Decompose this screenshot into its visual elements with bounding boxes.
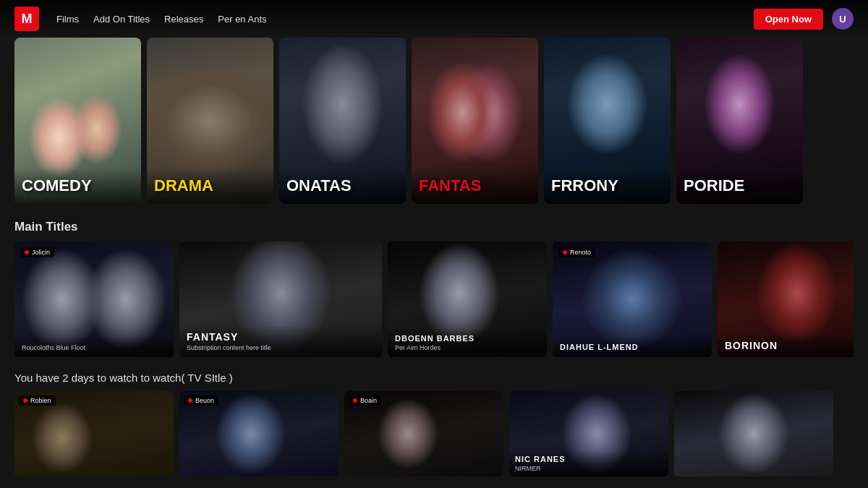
- navbar: M Films Add On Titles Releases Per en An…: [0, 0, 868, 38]
- nav-releases[interactable]: Releases: [164, 14, 203, 25]
- expiry-card-5[interactable]: [674, 391, 833, 476]
- movie-title-4: DIAHUE L-LMEND: [560, 343, 705, 351]
- movie-card-5[interactable]: BORINON: [718, 241, 854, 357]
- genre-card-poride[interactable]: PORIDE: [676, 38, 803, 204]
- genre-overlay-poride: PORIDE: [676, 168, 803, 204]
- movie-info-3: DBOENN BARBES Per Aim Hordes: [388, 328, 547, 357]
- expiry-row: Robien Beuon Boain Nic Ranes NIRMER: [14, 391, 854, 476]
- movie-title-3: DBOENN BARBES: [395, 334, 540, 343]
- genre-label-poride: PORIDE: [684, 176, 744, 194]
- movie-subtitle-1: Roucoloths Blue Floot: [22, 344, 166, 351]
- expiry-card-2[interactable]: Beuon: [179, 391, 339, 476]
- app-logo[interactable]: M: [14, 7, 39, 31]
- genre-card-drama[interactable]: DRAMA: [147, 38, 273, 204]
- movie-info-1: Roucoloths Blue Floot: [14, 337, 174, 357]
- genre-overlay-fantas: FANTAS: [412, 168, 538, 204]
- genre-card-frrony[interactable]: FRRONY: [544, 38, 671, 204]
- expiry-dot-1: [23, 398, 27, 403]
- expiry-dot-3: [353, 398, 357, 403]
- genre-label-fantas: FANTAS: [419, 176, 481, 194]
- movie-info-5: BORINON: [718, 334, 854, 357]
- movie-card-1[interactable]: Jolicin Roucoloths Blue Floot: [14, 241, 174, 357]
- tag-dot-4: [563, 250, 567, 254]
- movie-card-4[interactable]: Renoto DIAHUE L-LMEND: [553, 241, 712, 357]
- genre-overlay-comedy: COMEDY: [14, 168, 141, 204]
- expiry-section-label: You have 2 days to watch to watch( TV SI…: [14, 372, 854, 384]
- movie-card-3[interactable]: DBOENN BARBES Per Aim Hordes: [388, 241, 547, 357]
- nav-right: Open Now U: [754, 8, 854, 30]
- nav-per-en-ants[interactable]: Per en Ants: [218, 14, 266, 25]
- genre-card-fantas[interactable]: FANTAS: [412, 38, 538, 204]
- movie-info-2: FANTASY Substription content here title: [179, 325, 382, 357]
- nav-add-on-titles[interactable]: Add On Titles: [93, 14, 150, 25]
- movie-tag-1: Jolicin: [20, 247, 54, 257]
- main-titles-section-label: Main Titles: [14, 220, 854, 234]
- nav-links: Films Add On Titles Releases Per en Ants: [56, 14, 754, 25]
- open-now-button[interactable]: Open Now: [754, 9, 823, 30]
- expiry-card-1[interactable]: Robien: [14, 391, 174, 476]
- genre-overlay-frrony: FRRONY: [544, 168, 671, 204]
- genre-overlay-drama: DRAMA: [147, 168, 273, 204]
- tag-dot-1: [25, 250, 29, 254]
- expiry-card-3[interactable]: Boain: [344, 391, 503, 476]
- movie-tag-4: Renoto: [558, 247, 595, 257]
- genre-overlay-onatas: ONATAS: [279, 168, 406, 204]
- movie-card-2[interactable]: FANTASY Substription content here title: [179, 241, 382, 357]
- expiry-card-5-bg: [674, 391, 833, 476]
- movie-title-5: BORINON: [725, 340, 854, 351]
- avatar[interactable]: U: [832, 8, 854, 30]
- nav-films[interactable]: Films: [56, 14, 79, 25]
- genre-card-comedy[interactable]: COMEDY: [14, 38, 141, 204]
- expiry-tag-2: Beuon: [184, 395, 218, 406]
- movie-info-4: DIAHUE L-LMEND: [553, 337, 712, 357]
- main-titles-row: Jolicin Roucoloths Blue Floot FANTASY Su…: [14, 241, 854, 357]
- expiry-card-4[interactable]: Nic Ranes NIRMER: [509, 391, 668, 476]
- expiry-tag-3: Boain: [349, 395, 381, 406]
- genre-card-onatas[interactable]: ONATAS: [279, 38, 406, 204]
- movie-subtitle-2: Substription content here title: [187, 344, 375, 351]
- expiry-info-4: Nic Ranes NIRMER: [509, 450, 668, 476]
- movie-title-2: FANTASY: [187, 331, 375, 343]
- genre-row: COMEDY DRAMA ONATAS FANTAS: [14, 38, 854, 204]
- genre-label-drama: DRAMA: [154, 176, 213, 194]
- expiry-title-4: Nic Ranes: [515, 455, 663, 463]
- genre-label-frrony: FRRONY: [551, 176, 618, 194]
- expiry-tag-1: Robien: [19, 395, 56, 406]
- genre-label-onatas: ONATAS: [286, 176, 352, 194]
- movie-subtitle-3: Per Aim Hordes: [395, 344, 540, 351]
- expiry-subtitle-4: NIRMER: [515, 465, 663, 472]
- genre-label-comedy: COMEDY: [22, 176, 92, 194]
- expiry-dot-2: [188, 398, 192, 403]
- main-content: COMEDY DRAMA ONATAS FANTAS: [0, 38, 868, 476]
